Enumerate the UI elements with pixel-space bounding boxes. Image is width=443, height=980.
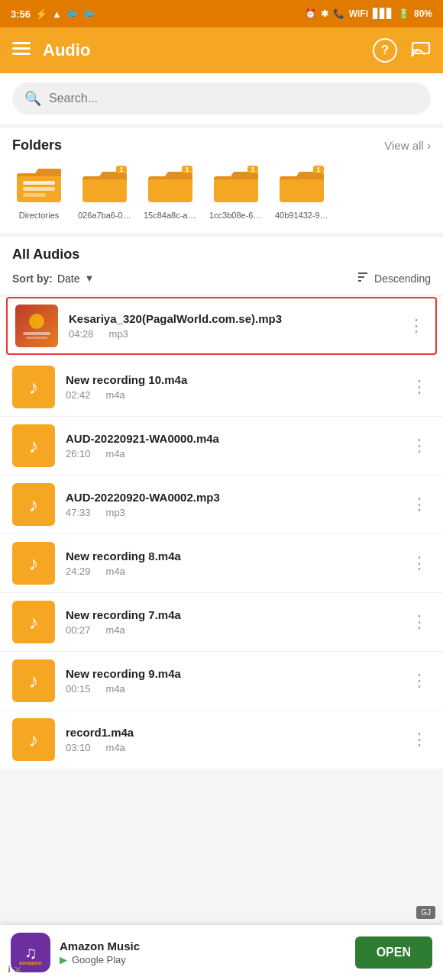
sort-by-control[interactable]: Sort by: Date ▼ (12, 272, 94, 285)
more-options-icon-0[interactable]: ⋮ (405, 313, 428, 339)
menu-icon[interactable] (12, 40, 31, 60)
sort-by-label: Sort by: (12, 272, 53, 285)
svg-rect-11 (214, 176, 258, 202)
call-icon: 📞 (333, 8, 344, 19)
app-bar-right: ? (373, 38, 431, 63)
svg-rect-10 (148, 176, 192, 202)
svg-rect-19 (26, 337, 47, 339)
more-options-icon-3[interactable]: ⋮ (408, 492, 431, 517)
svg-rect-8 (23, 193, 46, 197)
folder-item-4[interactable]: 1 40b91432-915f-46db-adec-c1734... (275, 164, 328, 221)
audio-duration-3: 47:33 (66, 507, 91, 518)
folder-icon-directories (15, 164, 63, 205)
svg-point-17 (29, 314, 44, 329)
audio-meta-2: 26:10 m4a (66, 448, 397, 459)
svg-rect-7 (23, 187, 55, 191)
battery-pct: 80% (414, 8, 432, 19)
audio-format-4: m4a (106, 566, 125, 577)
audio-item-7[interactable]: ♪ record1.m4a 03:10 m4a ⋮ (0, 711, 443, 769)
folder-icon-2: 1 (147, 164, 194, 205)
svg-rect-18 (23, 332, 50, 335)
more-options-icon-4[interactable]: ⋮ (408, 550, 431, 576)
sort-order-label: Descending (374, 272, 431, 285)
folder-item-2[interactable]: 1 15c84a8c-abcb-48cc-9ab5-30e4... (144, 164, 197, 221)
folder-item-directories[interactable]: Directories (12, 164, 66, 221)
more-options-icon-1[interactable]: ⋮ (408, 374, 431, 400)
svg-rect-0 (12, 42, 31, 44)
folders-section: Folders View all › Directories (0, 128, 443, 233)
status-bar: 3:56 ⚡ ▲ 🐦 🐦 ⏰ ✱ 📞 WiFi ▋▋▋ 🔋 80% (0, 0, 443, 27)
audio-name-1: New recording 10.m4a (66, 373, 397, 386)
banner-app-name: Amazon Music (60, 940, 346, 953)
folder-icon-4: 1 (278, 164, 325, 205)
audio-info-3: AUD-20220920-WA0002.mp3 47:33 mp3 (66, 491, 397, 518)
watermark: GJ (416, 906, 435, 919)
audio-meta-4: 24:29 m4a (66, 566, 397, 577)
banner-close-button[interactable]: ✕ (14, 964, 22, 975)
search-bar[interactable]: 🔍 (12, 82, 431, 114)
banner-open-button[interactable]: OPEN (355, 936, 432, 969)
more-options-icon-6[interactable]: ⋮ (408, 668, 431, 694)
app-title: Audio (43, 40, 90, 60)
wifi-icon: WiFi (349, 8, 368, 19)
search-container: 🔍 (0, 73, 443, 124)
music-note-icon-6: ♪ (29, 669, 39, 693)
audio-item-5[interactable]: ♪ New recording 7.m4a 00:27 m4a ⋮ (0, 593, 443, 652)
help-icon[interactable]: ? (373, 38, 397, 63)
audio-item-0[interactable]: Kesariya_320(PagalWorld.com.se).mp3 04:2… (6, 297, 437, 355)
audio-item-1[interactable]: ♪ New recording 10.m4a 02:42 m4a ⋮ (0, 358, 443, 417)
sort-bar: Sort by: Date ▼ Descending (12, 270, 431, 294)
folder-badge-2: 1 (182, 166, 192, 173)
audio-name-2: AUD-20220921-WA0000.m4a (66, 432, 397, 445)
sort-order-control[interactable]: Descending (356, 270, 431, 286)
audio-info-1: New recording 10.m4a 02:42 m4a (66, 373, 397, 401)
more-options-icon-7[interactable]: ⋮ (408, 727, 431, 753)
audio-name-0: Kesariya_320(PagalWorld.com.se).mp3 (69, 312, 394, 325)
folder-badge-1: 1 (116, 166, 127, 173)
audio-meta-3: 47:33 mp3 (66, 507, 397, 518)
audio-meta-1: 02:42 m4a (66, 389, 397, 401)
signal-icon: ▋▋▋ (373, 8, 393, 19)
audio-name-5: New recording 7.m4a (66, 608, 397, 621)
bluetooth-icon: ✱ (321, 8, 328, 19)
audio-name-3: AUD-20220920-WA0002.mp3 (66, 491, 397, 504)
audio-name-6: New recording 9.m4a (66, 667, 397, 680)
audio-info-6: New recording 9.m4a 00:15 m4a (66, 667, 397, 695)
alarm-icon: ⏰ (305, 8, 316, 19)
more-options-icon-5[interactable]: ⋮ (408, 609, 431, 635)
folder-item-1[interactable]: 1 026a7ba6-0ec7-40f4-9ea7-82c... (78, 164, 131, 221)
twitter-icon2: 🐦 (83, 8, 95, 20)
audio-item-3[interactable]: ♪ AUD-20220920-WA0002.mp3 47:33 mp3 ⋮ (0, 475, 443, 534)
folder-item-3[interactable]: 1 1cc3b08e-617a-44ce-a26b-573ff... (209, 164, 263, 221)
google-play-icon: ▶ (60, 954, 67, 965)
more-options-icon-2[interactable]: ⋮ (408, 433, 431, 459)
audio-duration-4: 24:29 (66, 566, 91, 577)
audio-format-7: m4a (106, 742, 125, 753)
cast-icon[interactable] (411, 40, 431, 61)
audio-thumb-2: ♪ (12, 424, 55, 467)
svg-point-4 (411, 53, 414, 56)
view-all-label: View all (384, 139, 423, 152)
music-note-icon-7: ♪ (29, 728, 39, 752)
svg-rect-2 (12, 53, 31, 55)
folder-label-1: 026a7ba6-0ec7-40f4-9ea7-82c... (78, 210, 131, 221)
audio-thumb-7: ♪ (12, 718, 55, 761)
audio-item-6[interactable]: ♪ New recording 9.m4a 00:15 m4a ⋮ (0, 652, 443, 711)
view-all-button[interactable]: View all › (384, 139, 431, 153)
status-left: 3:56 ⚡ ▲ 🐦 🐦 (11, 8, 95, 20)
battery-icon: 🔋 (398, 8, 409, 19)
audio-format-6: m4a (106, 683, 125, 695)
audio-item-4[interactable]: ♪ New recording 8.m4a 24:29 m4a ⋮ (0, 534, 443, 593)
search-input[interactable] (49, 92, 419, 105)
bottom-banner: ♫ amazon Amazon Music ▶ Google Play OPEN… (0, 925, 443, 980)
audio-item-2[interactable]: ♪ AUD-20220921-WA0000.m4a 26:10 m4a ⋮ (0, 417, 443, 475)
svg-rect-6 (23, 181, 55, 185)
audio-thumb-0 (15, 305, 58, 347)
sort-by-value: Date (57, 272, 80, 285)
audio-duration-6: 00:15 (66, 683, 91, 695)
twitter-icon: 🐦 (66, 8, 79, 20)
lightning-icon: ⚡ (35, 8, 47, 20)
audio-info-7: record1.m4a 03:10 m4a (66, 726, 397, 753)
music-note-icon-2: ♪ (29, 434, 39, 458)
all-audios-section: All Audios Sort by: Date ▼ Descending (0, 237, 443, 294)
